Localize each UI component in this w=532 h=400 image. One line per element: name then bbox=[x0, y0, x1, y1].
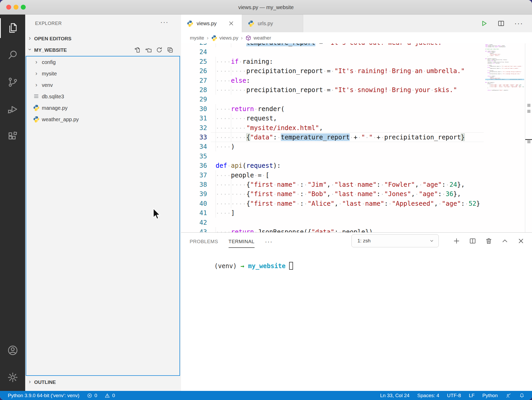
python-file-icon bbox=[33, 116, 40, 122]
tree-item-manage.py[interactable]: manage.py bbox=[26, 102, 179, 114]
status-indentation[interactable]: Spaces: 4 bbox=[417, 393, 439, 398]
ruler-mark bbox=[527, 104, 530, 107]
minimize-button[interactable] bbox=[14, 5, 18, 10]
close-panel-icon[interactable] bbox=[517, 237, 525, 245]
error-icon bbox=[87, 393, 92, 398]
panel-tab-terminal[interactable]: TERMINAL bbox=[229, 235, 255, 248]
refresh-icon[interactable] bbox=[156, 46, 163, 54]
panel-tab-problems[interactable]: PROBLEMS bbox=[190, 235, 218, 248]
kill-terminal-icon[interactable] bbox=[485, 237, 493, 245]
tab-urls.py[interactable]: urls.py bbox=[242, 15, 303, 32]
code-line-42: 42 bbox=[181, 218, 484, 227]
breadcrumb-separator: › bbox=[241, 35, 243, 41]
line-number: 36 bbox=[181, 161, 207, 170]
tree-item-label: db.sqlite3 bbox=[42, 94, 64, 99]
status-label: Python 3.9.0 64-bit ('venv': venv) bbox=[8, 393, 79, 398]
tree-item-mysite[interactable]: ›mysite bbox=[26, 68, 179, 79]
activity-item-accounts[interactable] bbox=[0, 337, 25, 364]
bottom-panel: PROBLEMSTERMINAL··· 1: zsh (venv) → my_w… bbox=[181, 232, 532, 391]
terminal-shell-select[interactable]: 1: zsh bbox=[351, 234, 439, 247]
overview-ruler[interactable] bbox=[525, 43, 532, 232]
code-line-28: 28 precipitation_report = "It's snowing!… bbox=[181, 85, 484, 95]
mouse-cursor bbox=[152, 208, 161, 221]
maximize-panel-icon[interactable] bbox=[501, 237, 509, 245]
line-number: 30 bbox=[181, 104, 207, 114]
code-line-35: 35 bbox=[181, 151, 484, 161]
status-label: 0 bbox=[95, 393, 97, 398]
chevron-right-icon: › bbox=[33, 79, 40, 91]
status-warnings[interactable]: 0 bbox=[104, 393, 115, 398]
ruler-mark bbox=[527, 140, 530, 143]
tab-views.py[interactable]: views.py bbox=[181, 15, 242, 32]
python-file-icon bbox=[187, 20, 194, 27]
tab-label: views.py bbox=[197, 21, 217, 27]
status-language-mode[interactable]: Python bbox=[482, 393, 498, 398]
status-label: LF bbox=[469, 393, 475, 398]
zoom-button[interactable] bbox=[21, 5, 26, 10]
line-number: 25 bbox=[181, 57, 207, 66]
tree-item-venv[interactable]: ›venv bbox=[26, 79, 179, 91]
tree-item-config[interactable]: ›config bbox=[26, 56, 179, 68]
collapse-all-icon[interactable] bbox=[167, 46, 174, 54]
panel-more-icon[interactable]: ··· bbox=[265, 238, 273, 245]
minimap[interactable]: import randomfrom django.shortcuts impor… bbox=[485, 44, 524, 91]
tree-item-db.sqlite3[interactable]: db.sqlite3 bbox=[26, 91, 179, 102]
breadcrumb-item-mysite[interactable]: mysite bbox=[190, 35, 204, 41]
database-file-icon bbox=[33, 93, 40, 100]
chevron-right-icon: › bbox=[33, 56, 40, 68]
status-bar: Python 3.9.0 64-bit ('venv': venv)00 Ln … bbox=[0, 391, 532, 400]
line-number: 32 bbox=[181, 123, 207, 133]
split-editor-icon[interactable] bbox=[497, 20, 505, 27]
code-line-31: 31 request, bbox=[181, 113, 484, 123]
close-button[interactable] bbox=[6, 5, 11, 10]
outline-section[interactable]: › OUTLINE bbox=[25, 376, 181, 388]
close-icon[interactable] bbox=[228, 20, 235, 27]
breadcrumb-item-weather[interactable]: weather bbox=[245, 35, 271, 41]
activity-item-search[interactable] bbox=[0, 42, 25, 69]
breadcrumb-item-views.py[interactable]: views.py bbox=[211, 35, 238, 41]
status-errors[interactable]: 0 bbox=[87, 393, 97, 398]
title-bar[interactable]: views.py — my_website bbox=[0, 0, 532, 15]
status-encoding[interactable]: UTF-8 bbox=[447, 393, 461, 398]
new-file-icon[interactable] bbox=[134, 46, 141, 54]
code-line-43: 43 return JsonResponse({"data": people}) bbox=[181, 227, 484, 232]
open-editors-label: OPEN EDITORS bbox=[34, 36, 71, 41]
run-file-button[interactable] bbox=[480, 20, 488, 27]
open-editors-section[interactable]: › OPEN EDITORS bbox=[25, 33, 181, 44]
terminal-prompt[interactable]: (venv) → my_website bbox=[192, 255, 293, 277]
sidebar-more-icon[interactable]: ··· bbox=[160, 18, 169, 26]
terminal-venv: (venv) bbox=[214, 262, 241, 270]
line-number: 23 bbox=[181, 43, 207, 47]
status-notifications[interactable] bbox=[519, 393, 525, 398]
activity-item-source-control[interactable] bbox=[0, 69, 25, 96]
editor-more-icon[interactable]: ··· bbox=[514, 19, 523, 28]
code-editor[interactable]: 23 temperature_report = "It's cold out! … bbox=[181, 43, 484, 232]
code-line-33: 33 {"data": temperature_report + " " + p… bbox=[181, 132, 484, 142]
activity-item-run-debug[interactable] bbox=[0, 96, 25, 123]
line-number: 29 bbox=[181, 94, 207, 104]
status-feedback[interactable] bbox=[506, 393, 511, 398]
breadcrumb-label: mysite bbox=[190, 35, 204, 41]
outline-label: OUTLINE bbox=[34, 379, 56, 385]
new-terminal-icon[interactable] bbox=[453, 237, 460, 245]
activity-item-extensions[interactable] bbox=[0, 123, 25, 150]
activity-item-explorer[interactable] bbox=[0, 15, 25, 42]
status-label: Python bbox=[482, 393, 498, 398]
code-line-30: 30 return render( bbox=[181, 104, 484, 114]
activity-item-settings[interactable] bbox=[0, 364, 25, 391]
tab-label: urls.py bbox=[258, 21, 273, 27]
tree-item-label: venv bbox=[42, 82, 53, 88]
status-cursor-position[interactable]: Ln 33, Col 24 bbox=[380, 393, 409, 398]
workspace-section[interactable]: › MY_WEBSITE bbox=[25, 44, 181, 56]
tree-item-weather_app.py[interactable]: weather_app.py bbox=[26, 114, 179, 125]
ruler-cursor-mark bbox=[525, 139, 532, 140]
split-terminal-icon[interactable] bbox=[469, 237, 476, 245]
new-folder-icon[interactable] bbox=[145, 46, 152, 54]
status-python-interpreter[interactable]: Python 3.9.0 64-bit ('venv': venv) bbox=[8, 393, 79, 398]
debug-icon bbox=[7, 103, 19, 115]
code-line-36: 36def api(request): bbox=[181, 161, 484, 170]
chevron-down-icon bbox=[429, 238, 435, 244]
code-line-40: 40 {"first name" : "Alice", "last name":… bbox=[181, 199, 484, 208]
status-eol[interactable]: LF bbox=[469, 393, 475, 398]
chevron-down-icon: › bbox=[24, 48, 36, 50]
